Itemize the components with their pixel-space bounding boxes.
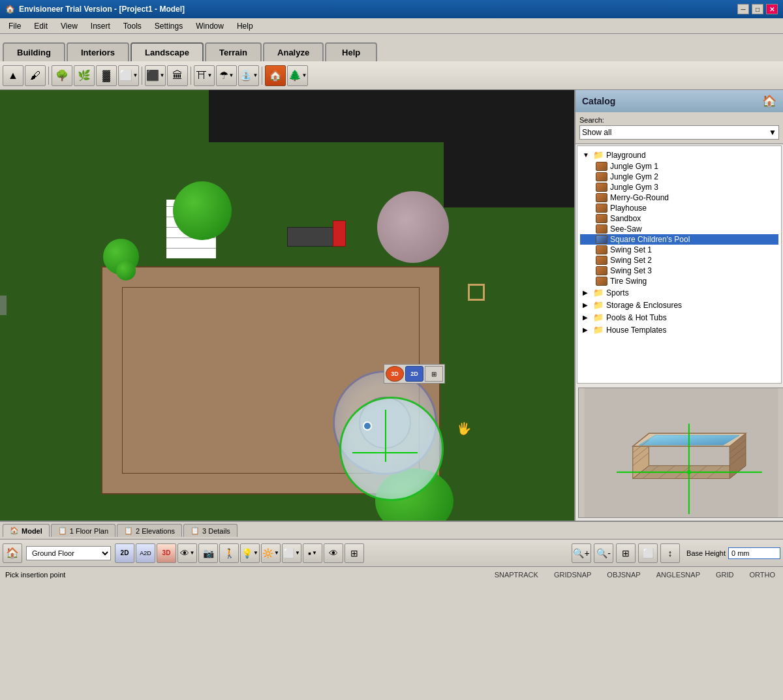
2d-view-button[interactable]: 2D xyxy=(115,543,134,563)
section-button[interactable]: ⬜▼ xyxy=(282,543,301,563)
tab-elevations[interactable]: 📋 2 Elevations xyxy=(117,524,182,537)
item-merry-go-round[interactable]: Merry-Go-Round xyxy=(580,192,778,203)
3d-button[interactable]: 3D xyxy=(386,366,404,382)
stairs-button[interactable]: 🏛 xyxy=(167,65,188,86)
catalog-tree: ▼ 📁 Playground Jungle Gym 1 Jungle Gym 2… xyxy=(577,145,782,384)
tab-model[interactable]: 🏠 Model xyxy=(3,524,50,537)
base-height-input[interactable] xyxy=(728,547,780,559)
menu-view[interactable]: View xyxy=(55,20,84,33)
floor-select[interactable]: Ground Floor Upper Floor Roof xyxy=(26,546,111,560)
scroll-zoom-button[interactable]: ↕ xyxy=(660,543,680,563)
status-snaptrack[interactable]: SNAPTRACK xyxy=(492,571,541,579)
select-tool-button[interactable]: ▲ xyxy=(3,65,23,86)
status-anglesnap[interactable]: ANGLESNAP xyxy=(654,571,703,579)
category-playground[interactable]: ▼ 📁 Playground xyxy=(580,149,778,161)
item-square-childrens-pool[interactable]: Square Children's Pool xyxy=(580,234,778,245)
tab-terrain[interactable]: Terrain xyxy=(205,42,262,61)
layer-button[interactable]: ⊞ xyxy=(345,543,364,563)
gazebo-button[interactable]: ⛩▼ xyxy=(194,65,215,86)
grid-button[interactable]: ⊞ xyxy=(425,366,443,382)
light-button[interactable]: 💡▼ xyxy=(240,543,260,563)
search-dropdown[interactable]: Show all ▼ xyxy=(579,125,779,140)
item-icon-sandbox xyxy=(596,214,607,223)
item-playhouse[interactable]: Playhouse xyxy=(580,203,778,213)
fountain-button[interactable]: ⛲▼ xyxy=(238,65,259,86)
status-grid[interactable]: GRID xyxy=(713,571,737,579)
category-storage[interactable]: ▶ 📁 Storage & Enclosures xyxy=(580,299,778,311)
tab-building[interactable]: Building xyxy=(3,42,65,61)
fit-view-button[interactable]: ⊞ xyxy=(616,543,636,563)
status-ortho[interactable]: ORTHO xyxy=(746,571,778,579)
2d-button[interactable]: 2D xyxy=(405,366,423,382)
catalog-home-icon: 🏠 xyxy=(762,94,776,108)
bottom-home-button[interactable]: 🏠 xyxy=(3,543,22,563)
item-swing-set-3[interactable]: Swing Set 3 xyxy=(580,266,778,276)
zoom-out-button[interactable]: 🔍- xyxy=(594,543,613,563)
show-all-text: Show all xyxy=(582,128,611,137)
close-button[interactable]: ✕ xyxy=(766,4,778,14)
house-label: House Templates xyxy=(606,326,667,335)
tab-help[interactable]: Help xyxy=(325,42,377,61)
toolbar-sep-2 xyxy=(142,67,142,85)
item-sandbox[interactable]: Sandbox xyxy=(580,213,778,224)
eye-button[interactable]: 👁 xyxy=(324,543,343,563)
minimize-button[interactable]: ─ xyxy=(737,4,749,14)
sports-label: Sports xyxy=(606,288,629,297)
item-swing-set-1[interactable]: Swing Set 1 xyxy=(580,245,778,255)
status-objsnap[interactable]: OBJSNAP xyxy=(604,571,643,579)
tree-button[interactable]: 🌳 xyxy=(52,65,72,86)
item-jungle-gym-2[interactable]: Jungle Gym 2 xyxy=(580,172,778,182)
view-dropdown[interactable]: 👁▼ xyxy=(177,543,197,563)
a2d-view-button[interactable]: A2D xyxy=(136,543,155,563)
menu-bar: File Edit View Insert Tools Settings Win… xyxy=(0,18,783,34)
nav-dot[interactable] xyxy=(363,421,372,431)
wall-button[interactable]: ▪▼ xyxy=(303,543,322,563)
title-bar-left: 🏠 Envisioneer Trial Version - [Project1 … xyxy=(5,5,185,14)
title-bar-controls[interactable]: ─ □ ✕ xyxy=(737,4,778,14)
category-pools[interactable]: ▶ 📁 Pools & Hot Tubs xyxy=(580,311,778,324)
toolbar-sep-3 xyxy=(191,67,191,85)
ground-button[interactable]: ▓ xyxy=(96,65,117,86)
horizontal-guide xyxy=(352,452,418,453)
tab-interiors[interactable]: Interiors xyxy=(67,42,129,61)
extra-button[interactable]: 🌲▼ xyxy=(287,65,308,86)
menu-tools[interactable]: Tools xyxy=(117,20,147,33)
item-see-saw[interactable]: See-Saw xyxy=(580,224,778,234)
deck-button[interactable]: ⬛▼ xyxy=(145,65,166,86)
menu-help[interactable]: Help xyxy=(231,20,259,33)
umbrella-button[interactable]: ☂▼ xyxy=(216,65,237,86)
tab-details[interactable]: 📋 3 Details xyxy=(183,524,238,537)
zoom-window-button[interactable]: ⬜ xyxy=(638,543,658,563)
category-sports[interactable]: ▶ 📁 Sports xyxy=(580,286,778,299)
item-icon-jungle-gym-3 xyxy=(596,183,607,192)
3d-view-button[interactable]: 3D xyxy=(157,543,176,563)
item-jungle-gym-1[interactable]: Jungle Gym 1 xyxy=(580,161,778,172)
category-house-templates[interactable]: ▶ 📁 House Templates xyxy=(580,324,778,336)
main-canvas[interactable]: 3D 2D ⊞ 🖐 xyxy=(0,90,574,521)
fence-button[interactable]: ⬜▼ xyxy=(118,65,139,86)
menu-window[interactable]: Window xyxy=(190,20,230,33)
status-gridsnap[interactable]: GRIDSNAP xyxy=(551,571,594,579)
walk-button[interactable]: 🚶 xyxy=(219,543,239,563)
menu-settings[interactable]: Settings xyxy=(149,20,189,33)
camera-button[interactable]: 📷 xyxy=(198,543,218,563)
tab-landscape[interactable]: Landscape xyxy=(130,42,204,61)
paint-tool-button[interactable]: 🖌 xyxy=(25,65,46,86)
canvas-overlay-toolbar[interactable]: 3D 2D ⊞ xyxy=(384,364,445,384)
shrub-button[interactable]: 🌿 xyxy=(74,65,95,86)
item-tire-swing[interactable]: Tire Swing xyxy=(580,276,778,286)
render-button[interactable]: 🔆▼ xyxy=(261,543,281,563)
tab-floor-plan[interactable]: 📋 1 Floor Plan xyxy=(51,524,115,537)
item-jungle-gym-3[interactable]: Jungle Gym 3 xyxy=(580,182,778,192)
menu-edit[interactable]: Edit xyxy=(28,20,54,33)
catalog-building-button[interactable]: 🏠 xyxy=(265,65,286,86)
dropdown-arrow-icon: ▼ xyxy=(769,128,776,137)
expand-pools-icon: ▶ xyxy=(583,314,591,322)
zoom-in-button[interactable]: 🔍+ xyxy=(572,543,591,563)
maximize-button[interactable]: □ xyxy=(752,4,763,14)
item-swing-set-2[interactable]: Swing Set 2 xyxy=(580,255,778,266)
tab-analyze[interactable]: Analyze xyxy=(263,42,324,61)
catalog-search-area: Search: Show all ▼ xyxy=(576,112,783,144)
menu-insert[interactable]: Insert xyxy=(85,20,116,33)
menu-file[interactable]: File xyxy=(3,20,27,33)
